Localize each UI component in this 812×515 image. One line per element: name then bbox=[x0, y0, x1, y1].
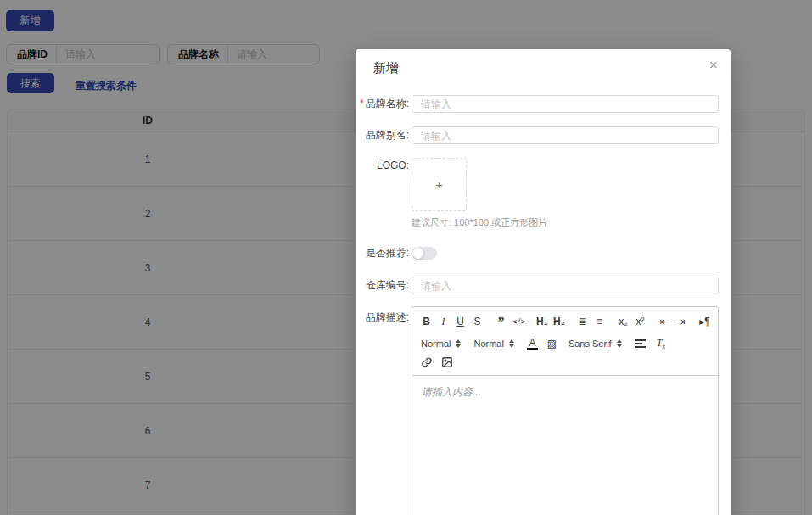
warehouse-input[interactable] bbox=[412, 277, 719, 294]
recommend-label: 是否推荐: bbox=[356, 247, 412, 260]
header-2-button[interactable]: H₂ bbox=[553, 316, 564, 328]
toggle-knob bbox=[412, 248, 423, 259]
brand-alias-label: 品牌别名: bbox=[356, 126, 412, 144]
size-select-value: Normal bbox=[421, 339, 451, 349]
toolbar-row-2: Normal Normal A ▨ Sans Serif bbox=[421, 336, 709, 351]
italic-button[interactable]: I bbox=[438, 316, 449, 328]
brand-alias-input[interactable] bbox=[412, 126, 719, 144]
header-1-button[interactable]: H₁ bbox=[536, 316, 547, 328]
font-select-value: Sans Serif bbox=[568, 339, 612, 349]
form-row-logo: LOGO: + 建议尺寸: 100*100,或正方形图片 bbox=[356, 158, 731, 229]
brand-management-page: 新增 品牌ID 品牌名称 搜索 重置搜索条件 ID 1 2 3 4 5 6 bbox=[0, 0, 812, 515]
bullet-list-button[interactable]: ≡ bbox=[594, 316, 605, 328]
logo-upload-box[interactable]: + bbox=[412, 158, 467, 211]
plus-icon: + bbox=[435, 177, 443, 192]
brand-name-label-text: 品牌名称: bbox=[366, 98, 409, 109]
size-select[interactable]: Normal bbox=[421, 339, 461, 349]
font-select[interactable]: Sans Serif bbox=[568, 339, 622, 349]
code-block-button[interactable]: </> bbox=[512, 316, 524, 328]
toolbar-row-3 bbox=[421, 355, 709, 368]
align-button[interactable] bbox=[635, 339, 646, 348]
form-row-description: 品牌描述: B I U S ” </> H₁ H₂ ≣ bbox=[356, 306, 731, 515]
clean-format-button[interactable]: Tx bbox=[657, 337, 666, 350]
link-icon[interactable] bbox=[421, 356, 433, 368]
background-color-button[interactable]: ▨ bbox=[546, 338, 557, 350]
brand-name-input[interactable] bbox=[412, 95, 719, 113]
form-row-brand-name: *品牌名称: bbox=[356, 95, 731, 113]
image-icon[interactable] bbox=[441, 356, 453, 368]
updown-arrows-icon bbox=[617, 339, 622, 348]
clean-x: x bbox=[662, 343, 665, 350]
logo-label: LOGO: bbox=[356, 158, 412, 171]
logo-upload-block: + 建议尺寸: 100*100,或正方形图片 bbox=[412, 158, 547, 229]
brand-name-label: *品牌名称: bbox=[356, 95, 412, 113]
subscript-button[interactable]: x₂ bbox=[618, 316, 629, 328]
header-select[interactable]: Normal bbox=[473, 339, 513, 349]
add-brand-modal: 新增 × *品牌名称: 品牌别名: LOGO: + 建议尺寸: 100*100,… bbox=[356, 49, 731, 515]
recommend-toggle[interactable] bbox=[412, 247, 437, 260]
bold-button[interactable]: B bbox=[421, 316, 432, 328]
blockquote-button[interactable]: ” bbox=[496, 318, 507, 327]
warehouse-label: 仓库编号: bbox=[356, 277, 412, 294]
indent-button[interactable]: ⇥ bbox=[675, 316, 686, 328]
text-direction-button[interactable]: ▸¶ bbox=[699, 316, 710, 328]
updown-arrows-icon bbox=[509, 339, 514, 348]
logo-size-hint: 建议尺寸: 100*100,或正方形图片 bbox=[412, 216, 547, 229]
form-row-recommend: 是否推荐: bbox=[356, 247, 731, 260]
outdent-button[interactable]: ⇤ bbox=[658, 316, 669, 328]
editor-toolbar: B I U S ” </> H₁ H₂ ≣ ≡ x₂ x² ⇤ bbox=[412, 307, 718, 376]
modal-header: 新增 × bbox=[356, 49, 731, 75]
superscript-button[interactable]: x² bbox=[635, 316, 646, 328]
form-row-warehouse: 仓库编号: bbox=[356, 277, 731, 294]
toolbar-row-1: B I U S ” </> H₁ H₂ ≣ ≡ x₂ x² ⇤ bbox=[421, 316, 709, 328]
required-mark: * bbox=[360, 98, 364, 109]
header-select-value: Normal bbox=[473, 339, 503, 349]
modal-title: 新增 bbox=[373, 60, 399, 75]
rich-text-editor: B I U S ” </> H₁ H₂ ≣ ≡ x₂ x² ⇤ bbox=[412, 306, 719, 515]
updown-arrows-icon bbox=[456, 339, 461, 348]
underline-button[interactable]: U bbox=[455, 316, 466, 328]
description-label: 品牌描述: bbox=[356, 306, 412, 322]
ordered-list-button[interactable]: ≣ bbox=[577, 316, 588, 328]
close-icon[interactable]: × bbox=[709, 57, 718, 74]
editor-placeholder: 请插入内容... bbox=[422, 386, 481, 398]
strikethrough-button[interactable]: S bbox=[472, 316, 483, 328]
modal-body: *品牌名称: 品牌别名: LOGO: + 建议尺寸: 100*100,或正方形图… bbox=[356, 75, 731, 515]
editor-content[interactable]: 请插入内容... bbox=[412, 376, 718, 515]
form-row-brand-alias: 品牌别名: bbox=[356, 126, 731, 144]
text-color-button[interactable]: A bbox=[527, 339, 538, 350]
